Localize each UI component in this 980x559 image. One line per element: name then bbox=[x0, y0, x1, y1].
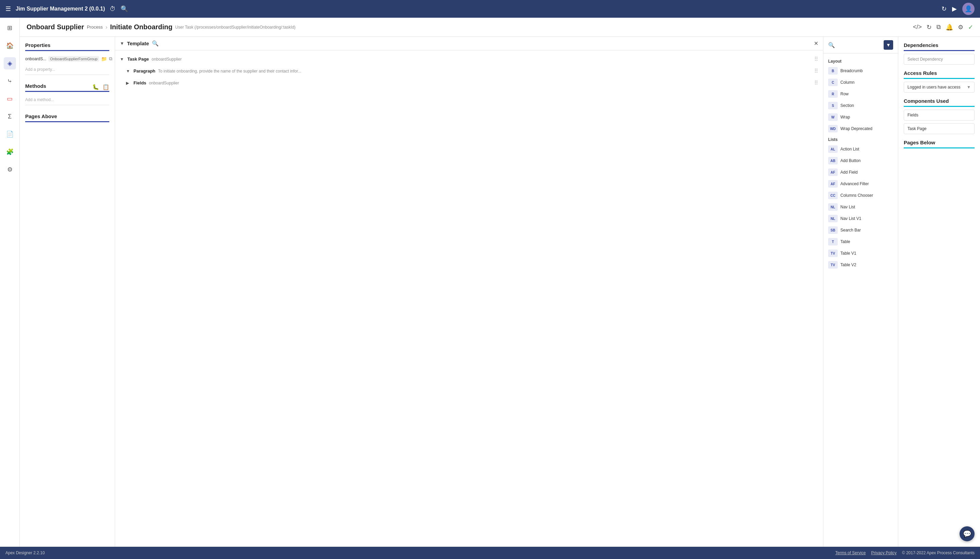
sidebar-item-file[interactable]: 📄 bbox=[4, 128, 16, 140]
component-badge-table-v2: TV bbox=[828, 261, 838, 269]
search-icon[interactable]: 🔍 bbox=[121, 5, 128, 13]
tree-chevron-taskpage: ▼ bbox=[120, 57, 125, 61]
page-header-left: Onboard Supplier Process › Initiate Onbo… bbox=[26, 23, 296, 31]
pages-below-title: Pages Below bbox=[904, 140, 975, 149]
breadcrumb-process: Process bbox=[87, 25, 103, 30]
top-bar-right: ↻ ▶ 👤 bbox=[942, 3, 975, 15]
sidebar-item-home[interactable]: 🏠 bbox=[4, 40, 16, 52]
component-name-section: Section bbox=[840, 103, 854, 108]
settings-icon[interactable]: ⚙ bbox=[958, 23, 963, 31]
component-item-nav-list-v1[interactable]: NL Nav List V1 bbox=[823, 213, 898, 224]
bottom-bar-right: Terms of Service Privacy Policy © 2017-2… bbox=[835, 551, 975, 555]
sidebar-item-sigma[interactable]: Σ bbox=[4, 110, 16, 122]
refresh-icon[interactable]: ↻ bbox=[942, 5, 947, 13]
icon-sidebar: ⊞ 🏠 ◈ ⤷ ▭ Σ 📄 🧩 ⚙ bbox=[0, 18, 20, 547]
component-item-add-field[interactable]: AF Add Field bbox=[823, 167, 898, 178]
component-badge-section: S bbox=[828, 102, 838, 109]
tree-sublabel-paragraph: To initiate onboarding, provide the name… bbox=[158, 69, 301, 74]
component-badge-nav-list: NL bbox=[828, 203, 838, 211]
menu-icon[interactable]: ☰ bbox=[5, 5, 11, 13]
tree-label-paragraph: Paragraph bbox=[134, 68, 155, 74]
avatar[interactable]: 👤 bbox=[962, 3, 975, 15]
method-bug-icon[interactable]: 🐛 bbox=[92, 84, 99, 90]
tree-drag-paragraph[interactable]: ⠿ bbox=[814, 68, 818, 74]
bell-icon[interactable]: 🔔 bbox=[945, 23, 953, 31]
tree-item-fields[interactable]: ▶ Fields onboardSupplier ⠿ bbox=[115, 77, 823, 89]
component-badge-table-v1: TV bbox=[828, 250, 838, 257]
tree-item-left: ▼ Task Page onboardSupplier bbox=[120, 56, 182, 61]
chat-bubble[interactable]: 💬 bbox=[960, 526, 975, 541]
component-item-advanced-filter[interactable]: AF Advanced Filter bbox=[823, 178, 898, 190]
terms-link[interactable]: Terms of Service bbox=[835, 551, 866, 555]
template-content: ▼ Task Page onboardSupplier ⠿ ▼ Paragrap… bbox=[115, 50, 823, 547]
method-clipboard-icon[interactable]: 📋 bbox=[103, 84, 109, 90]
lists-section-label: Lists bbox=[823, 134, 898, 143]
component-item-row[interactable]: R Row bbox=[823, 88, 898, 100]
component-filter-button[interactable]: ▼ bbox=[884, 40, 893, 50]
component-name-table: Table bbox=[840, 239, 850, 244]
tree-drag-taskpage[interactable]: ⠿ bbox=[814, 56, 818, 62]
sidebar-item-grid[interactable]: ⊞ bbox=[4, 22, 16, 34]
layout-section-label: Layout bbox=[823, 56, 898, 65]
template-close-icon[interactable]: ✕ bbox=[814, 40, 818, 46]
code-icon[interactable]: </> bbox=[913, 23, 922, 31]
component-item-table[interactable]: T Table bbox=[823, 236, 898, 248]
template-chevron-icon[interactable]: ▼ bbox=[120, 41, 124, 46]
tree-item-taskpage[interactable]: ▼ Task Page onboardSupplier ⠿ bbox=[115, 53, 823, 65]
component-item-add-button[interactable]: AB Add Button bbox=[823, 155, 898, 167]
component-item-action-list[interactable]: AL Action List bbox=[823, 143, 898, 155]
header-refresh-icon[interactable]: ↻ bbox=[927, 23, 932, 31]
app-version: Apex Designer 2.2.10 bbox=[5, 551, 45, 555]
sidebar-item-page[interactable]: ▭ bbox=[4, 93, 16, 105]
component-item-table-v1[interactable]: TV Table V1 bbox=[823, 248, 898, 259]
component-item-section[interactable]: S Section bbox=[823, 100, 898, 111]
tree-label-taskpage: Task Page bbox=[127, 56, 149, 61]
component-name-table-v1: Table V1 bbox=[840, 251, 856, 256]
component-item-columns-chooser[interactable]: CC Columns Chooser bbox=[823, 190, 898, 201]
component-item-column[interactable]: C Column bbox=[823, 77, 898, 88]
property-folder-icon[interactable]: 📁 bbox=[101, 56, 107, 61]
sidebar-item-dashboard[interactable]: ◈ bbox=[4, 57, 16, 69]
component-item-wrap[interactable]: W Wrap bbox=[823, 111, 898, 123]
copyright: © 2017-2022 Apex Process Consultants bbox=[902, 551, 975, 555]
component-badge-nav-list-v1: NL bbox=[828, 215, 838, 222]
component-item-search-bar[interactable]: SB Search Bar bbox=[823, 224, 898, 236]
components-used-title: Components Used bbox=[904, 98, 975, 107]
dependency-select[interactable]: Select Dependency bbox=[904, 54, 975, 64]
sidebar-item-settings[interactable]: ⚙ bbox=[4, 164, 16, 176]
play-icon[interactable]: ▶ bbox=[952, 5, 957, 13]
page-title-main: Onboard Supplier bbox=[26, 23, 84, 31]
copy-icon[interactable]: ⧉ bbox=[936, 23, 941, 31]
component-name-add-button: Add Button bbox=[840, 158, 861, 163]
properties-title: Properties bbox=[25, 42, 109, 51]
component-badge-breadcrumb: B bbox=[828, 67, 838, 74]
component-picker-header: 🔍 ▼ bbox=[823, 37, 898, 53]
tree-drag-fields[interactable]: ⠿ bbox=[814, 79, 818, 86]
history-icon[interactable]: ⏱ bbox=[110, 5, 116, 13]
template-search-icon[interactable]: 🔍 bbox=[152, 40, 159, 46]
access-rule-chevron[interactable]: ▼ bbox=[967, 85, 971, 89]
content-area: Onboard Supplier Process › Initiate Onbo… bbox=[20, 18, 980, 547]
template-header-left: ▼ Template 🔍 bbox=[120, 40, 159, 46]
component-item-breadcrumb[interactable]: B Breadcrumb bbox=[823, 65, 898, 77]
access-rule-text: Logged in users have access bbox=[907, 85, 960, 89]
component-item-table-v2[interactable]: TV Table V2 bbox=[823, 259, 898, 271]
component-badge-row: R bbox=[828, 90, 838, 98]
component-item-wrap-deprecated[interactable]: WD Wrap Deprecated bbox=[823, 123, 898, 134]
component-item-nav-list[interactable]: NL Nav List bbox=[823, 201, 898, 213]
property-copy-icon[interactable]: ⧉ bbox=[109, 56, 113, 61]
tree-item-paragraph[interactable]: ▼ Paragraph To initiate onboarding, prov… bbox=[115, 65, 823, 77]
check-icon[interactable]: ✓ bbox=[968, 23, 973, 31]
breadcrumb-sep: › bbox=[106, 24, 107, 30]
access-rules-title: Access Rules bbox=[904, 70, 975, 79]
component-search-icon[interactable]: 🔍 bbox=[828, 42, 835, 48]
add-method-placeholder[interactable]: Add a method... bbox=[25, 98, 109, 105]
tree-label-fields: Fields bbox=[134, 80, 146, 86]
properties-panel: Properties onboardS... OnboardSupplierFo… bbox=[20, 37, 115, 547]
sidebar-item-share[interactable]: ⤷ bbox=[4, 75, 16, 87]
privacy-link[interactable]: Privacy Policy bbox=[871, 551, 897, 555]
component-badge-add-field: AF bbox=[828, 169, 838, 176]
sidebar-item-puzzle[interactable]: 🧩 bbox=[4, 146, 16, 158]
property-name: onboardS... bbox=[25, 56, 46, 61]
add-property-placeholder[interactable]: Add a property... bbox=[25, 67, 109, 75]
